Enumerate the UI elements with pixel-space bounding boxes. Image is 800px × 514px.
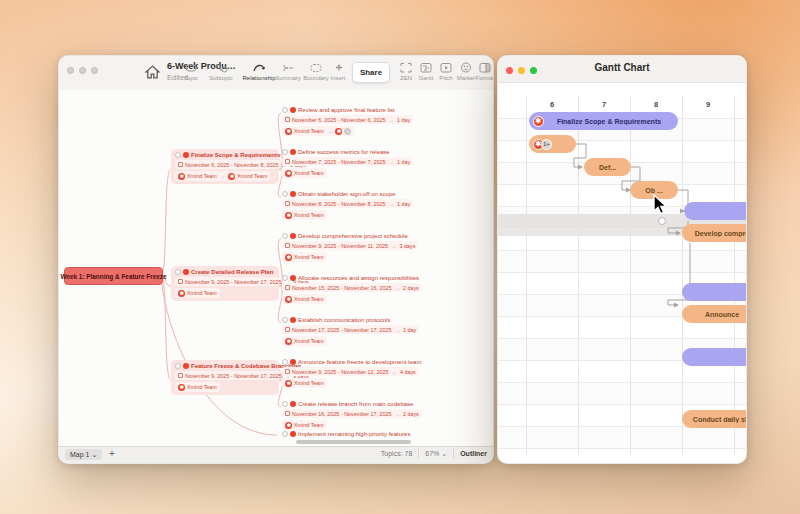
- priority-marker-icon: [290, 275, 296, 281]
- outliner-button[interactable]: Outliner: [460, 450, 487, 457]
- topic-button[interactable]: Topic: [176, 61, 206, 81]
- expand-icon[interactable]: [282, 431, 288, 437]
- priority-marker-icon: [290, 431, 296, 437]
- window-controls[interactable]: [67, 67, 98, 74]
- format-button[interactable]: Format: [470, 61, 494, 81]
- subtopic-announce-freeze[interactable]: Announce feature freeze to development t…: [282, 359, 432, 388]
- insert-button[interactable]: Insert: [323, 61, 353, 81]
- subtopic-allocate-resources[interactable]: Allocate resources and assign responsibi…: [282, 275, 432, 304]
- gantt-bar-project-schedule[interactable]: Develop compre: [682, 224, 747, 242]
- add-map-button[interactable]: +: [109, 448, 115, 459]
- date-pill[interactable]: November 9, 2025 - November 12, 2025→4 d…: [282, 367, 419, 376]
- collapse-icon[interactable]: [282, 233, 288, 239]
- subtopic-review-feature-list[interactable]: Review and approve final feature list No…: [282, 107, 432, 136]
- central-topic[interactable]: Week 1: Planning & Feature Freeze: [64, 267, 163, 285]
- subtopic-implement-features[interactable]: Implement remaining high-priority featur…: [282, 431, 432, 437]
- gantt-bar-summary-purple[interactable]: [682, 348, 747, 366]
- team-pill[interactable]: ✱Xmind Team: [282, 294, 327, 304]
- boundary-icon: [309, 61, 323, 74]
- minimize-button[interactable]: [79, 67, 86, 74]
- date-pill[interactable]: November 9, 2025 - November 17, 2025→9 d…: [175, 371, 281, 380]
- mindmap-statusbar: Map 1 ⌄ + Topics: 78 67% ⌄ Outliner: [59, 446, 493, 463]
- xmind-team-icon: ✱: [335, 128, 342, 135]
- xmind-team-icon: ✱: [285, 296, 292, 303]
- map-selector[interactable]: Map 1 ⌄: [65, 449, 102, 460]
- priority-marker-icon: [290, 233, 296, 239]
- zoom-level[interactable]: 67% ⌄: [425, 450, 447, 458]
- subtopic-project-schedule[interactable]: Develop comprehensive project schedule N…: [282, 233, 432, 262]
- collapse-icon[interactable]: [282, 149, 288, 155]
- team-pill[interactable]: ✱Xmind Team: [282, 336, 327, 346]
- team-pill[interactable]: ✱Xmind Team: [282, 420, 327, 430]
- calendar-icon: [285, 243, 290, 248]
- date-pill[interactable]: November 8, 2025 - November 8, 2025→1 da…: [282, 199, 413, 208]
- team-pill[interactable]: ✱Xmind Team: [282, 168, 327, 178]
- team-pill[interactable]: ✱Xmind Team: [282, 378, 327, 388]
- collapse-icon[interactable]: [282, 107, 288, 113]
- date-pill[interactable]: November 16, 2025 - November 17, 2025→2 …: [282, 409, 422, 418]
- xmind-team-icon: ✱: [285, 380, 292, 387]
- team-pill[interactable]: ✱Xmind Team: [175, 382, 220, 392]
- relationship-icon: [252, 61, 266, 74]
- subtopic-button[interactable]: Subtopic: [206, 61, 236, 81]
- branch-topic-finalize-scope[interactable]: Finalize Scope & Requirements November 6…: [171, 149, 279, 184]
- team-pill[interactable]: ✱Xmind Team→✱Xmind Team: [175, 171, 270, 181]
- collapse-icon[interactable]: [658, 217, 666, 225]
- subtopic-release-branch[interactable]: Create release branch from main codebase…: [282, 401, 432, 430]
- team-pill[interactable]: ✱Xmind Team: [282, 210, 327, 220]
- day-header: 7: [578, 100, 630, 109]
- collapse-icon[interactable]: [282, 191, 288, 197]
- gantt-bar-release-plan[interactable]: [684, 202, 747, 220]
- collapse-icon[interactable]: [282, 359, 288, 365]
- day-header: 6: [526, 100, 578, 109]
- subtopic-communication-protocols[interactable]: Establish communication protocols Novemb…: [282, 317, 432, 346]
- divider: [418, 449, 419, 458]
- xmind-team-icon: ✱: [178, 290, 185, 297]
- assignee-avatar: [344, 128, 351, 135]
- date-pill[interactable]: November 6, 2025 - November 6, 2025→1 da…: [282, 115, 413, 124]
- branch-topic-feature-freeze[interactable]: Feature Freeze & Codebase Branching Nove…: [171, 360, 279, 395]
- priority-marker-icon: [183, 363, 189, 369]
- team-pill[interactable]: ✱Xmind Team→✱: [282, 126, 354, 136]
- close-button[interactable]: [67, 67, 74, 74]
- subtopic-stakeholder-signoff[interactable]: Obtain stakeholder sign-off on scope Nov…: [282, 191, 432, 220]
- date-pill[interactable]: November 15, 2025 - November 16, 2025→2 …: [282, 283, 422, 292]
- priority-marker-icon: [290, 401, 296, 407]
- calendar-icon: [178, 373, 183, 378]
- summary-button[interactable]: Summary: [273, 61, 303, 81]
- gantt-bar-finalize-scope[interactable]: ✱ Finalize Scope & Requirements: [529, 112, 678, 130]
- gantt-grid[interactable]: 6 7 8 9 ✱ Finalize Scope & Requ: [498, 96, 746, 455]
- collapse-icon[interactable]: [282, 317, 288, 323]
- collapse-icon[interactable]: [175, 363, 181, 369]
- team-pill[interactable]: ✱Xmind Team: [282, 252, 327, 262]
- date-pill[interactable]: November 7, 2025 - November 7, 2025→1 da…: [282, 157, 413, 166]
- home-icon[interactable]: [144, 64, 161, 81]
- horizontal-scrollbar[interactable]: [296, 440, 411, 444]
- day-header: 8: [630, 100, 682, 109]
- collapse-icon[interactable]: [282, 401, 288, 407]
- gantt-bar-announce-freeze[interactable]: Announce: [682, 305, 747, 323]
- gantt-window-title: Gantt Chart: [498, 62, 746, 73]
- priority-marker-icon: [290, 191, 296, 197]
- gantt-bar-conduct-daily[interactable]: Conduct daily sta: [682, 410, 747, 428]
- date-pill[interactable]: November 6, 2025 - November 8, 2025→3 da…: [175, 160, 281, 169]
- date-pill[interactable]: November 9, 2025 - November 17, 2025→9 d…: [175, 277, 281, 286]
- collapse-icon[interactable]: [175, 269, 181, 275]
- collapse-icon[interactable]: [282, 275, 288, 281]
- xmind-team-icon: ✱: [285, 212, 292, 219]
- share-button[interactable]: Share: [352, 62, 390, 83]
- branch-topic-release-plan[interactable]: Create Detailed Release Plan November 9,…: [171, 266, 279, 301]
- date-pill[interactable]: November 9, 2025 - November 11, 2025→3 d…: [282, 241, 418, 250]
- mindmap-canvas[interactable]: Week 1: Planning & Feature Freeze Finali…: [59, 90, 493, 447]
- gantt-bar-summary-purple[interactable]: [682, 283, 747, 301]
- subtopic-define-metrics[interactable]: Define success metrics for release Novem…: [282, 149, 432, 178]
- grid-column-line: [578, 96, 579, 455]
- gantt-bar-define-metrics[interactable]: Def...: [584, 158, 631, 176]
- gantt-bar-review-feature-list[interactable]: ✱ 1+: [529, 135, 576, 153]
- xmind-team-icon: ✱: [285, 338, 292, 345]
- collapse-icon[interactable]: [175, 152, 181, 158]
- mindmap-window: 6-Week Produ… Edited Topic Subtopic Rela…: [58, 55, 494, 464]
- team-pill[interactable]: ✱Xmind Team: [175, 288, 220, 298]
- date-pill[interactable]: November 17, 2025 - November 17, 2025→1 …: [282, 325, 419, 334]
- zoom-button[interactable]: [91, 67, 98, 74]
